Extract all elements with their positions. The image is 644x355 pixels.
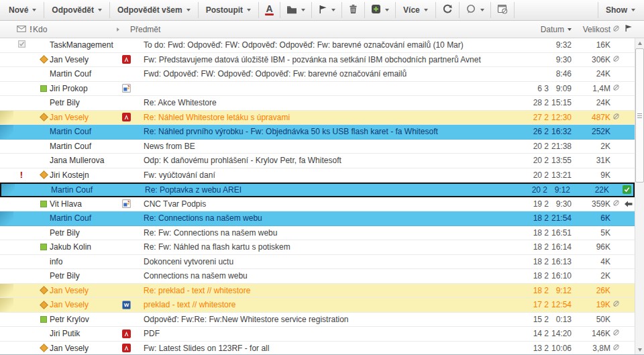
message-row[interactable]: ! Jan Vesely W Re: Náhled Whitestore let… xyxy=(0,111,635,125)
message-row[interactable]: ! Jiri Putik W PDF 14 214:20 146K xyxy=(0,327,635,342)
scrollbar-down-button[interactable] xyxy=(635,345,644,354)
scrollbar-up-button[interactable] xyxy=(635,38,644,48)
flag-cell[interactable] xyxy=(0,342,13,355)
message-row[interactable]: ! Martin Couf W Fwd: Odpověď: FW: Odpově… xyxy=(0,67,635,82)
attachment-cell xyxy=(610,156,622,165)
message-row[interactable]: ! Vit Hlava W CNC Tvar Podpis 19 29:30 3… xyxy=(0,197,635,212)
message-row[interactable]: ! Petr Bily W Connections na našem webu … xyxy=(0,269,635,284)
show-button-label: Show xyxy=(606,5,627,15)
flag-cell[interactable] xyxy=(0,111,13,125)
flag-cell[interactable] xyxy=(0,313,13,327)
reply-button[interactable]: Odpovědět xyxy=(44,1,109,19)
flag-button[interactable] xyxy=(312,1,341,19)
date-time: 16:10 xyxy=(549,271,572,281)
message-row[interactable]: ! Jakub Kolin W Re: Fw: Náhled na flash … xyxy=(0,240,635,255)
date-column-header[interactable]: Datum xyxy=(521,25,572,34)
size-value: 2K xyxy=(600,142,610,151)
message-row[interactable]: ! Petr Bily W Re: Fw: Connections na naš… xyxy=(0,226,635,241)
attachment-cell xyxy=(610,271,622,281)
vertical-scrollbar[interactable] xyxy=(635,38,644,354)
sender-name: Jana Mullerova xyxy=(50,156,104,165)
date-cell: 9:30 xyxy=(521,55,572,64)
flag-cell[interactable] xyxy=(0,168,13,183)
new-button[interactable]: Nové xyxy=(1,1,44,19)
show-button[interactable]: Show xyxy=(598,1,643,19)
move-to-folder-button[interactable] xyxy=(280,1,311,19)
speech-bubble-icon xyxy=(466,4,476,16)
flag-cell[interactable] xyxy=(0,255,13,269)
date-cell: 9:32 xyxy=(521,40,572,50)
flag-cell[interactable] xyxy=(0,226,13,240)
message-row[interactable]: ! Jiri Prokop W 6 39:09 1,4M xyxy=(0,82,635,97)
orange-diamond-tag-icon xyxy=(40,344,48,352)
priority-icon: ! xyxy=(20,170,23,179)
more-button[interactable]: Více xyxy=(396,1,435,19)
flag-cell[interactable] xyxy=(0,240,13,254)
column-expand-arrow-icon[interactable] xyxy=(117,28,119,32)
sender-cell: Jan Vesely xyxy=(50,300,122,309)
tag-button[interactable] xyxy=(365,1,395,19)
sender-cell: Petr Krylov xyxy=(50,315,122,324)
refresh-button[interactable] xyxy=(436,1,459,19)
attachment-icon xyxy=(612,113,620,122)
flag-cell[interactable] xyxy=(1,184,15,196)
sender-cell: Jiri Kostejn xyxy=(50,170,122,180)
message-row[interactable]: ! Petr Krylov W Odpověď: Fw:Re: Fw:New W… xyxy=(0,313,635,327)
sender-column-header[interactable]: ! Kdo xyxy=(30,25,122,34)
flag-cell[interactable] xyxy=(0,211,13,225)
flag-cell[interactable] xyxy=(0,140,13,154)
sender-name: Martin Couf xyxy=(50,69,91,79)
status-column-header[interactable] xyxy=(13,25,30,34)
checked-checkbox-icon[interactable] xyxy=(18,40,25,50)
message-row[interactable]: ! Martin Couf W Re: Poptavka z webu AREI… xyxy=(0,183,635,197)
message-row[interactable]: ! Jan Vesely W Fw: Latest Slides on 123R… xyxy=(0,342,635,355)
subject-column-header[interactable]: Předmět xyxy=(122,25,521,34)
message-row[interactable]: ! Jan Vesely W preklad - text // whitest… xyxy=(0,298,635,313)
reading-pane-toggle-button[interactable] xyxy=(491,1,514,19)
scrollbar-thumb[interactable] xyxy=(635,48,644,183)
flag-cell[interactable] xyxy=(0,96,13,110)
flag-cell[interactable] xyxy=(0,38,13,52)
message-row[interactable]: ! Jiri Kostejn W Fw: vyúčtování daní 20 … xyxy=(0,168,635,183)
green-check-icon[interactable] xyxy=(623,185,631,194)
attachment-column-header[interactable] xyxy=(610,25,622,34)
message-row[interactable]: ! Jan Vesely W Re: preklad - text // whi… xyxy=(0,284,635,299)
subject-text: Re: Akce Whitestore xyxy=(144,98,217,107)
message-row[interactable]: ! Martin Couf W Re: Náhled prvního výrob… xyxy=(0,125,635,140)
subject-cell: Re: Náhled prvního výrobku - Fw: Objedná… xyxy=(136,127,521,136)
sender-name: Petr Krylov xyxy=(50,315,89,324)
flag-cell[interactable] xyxy=(0,269,13,283)
flag-cell[interactable] xyxy=(0,284,13,298)
spam-button[interactable]: A xyxy=(259,1,280,19)
size-cell: 6K xyxy=(572,213,610,223)
flag-cell[interactable] xyxy=(0,298,13,312)
message-row[interactable]: ! TaskManagement W To do: Fwd: Odpověď: … xyxy=(0,38,635,53)
message-row[interactable]: ! Jan Vesely W Fw: Představujeme datová … xyxy=(0,53,635,68)
pdf-icon xyxy=(122,329,131,338)
delete-button[interactable] xyxy=(342,1,364,19)
forward-button[interactable]: Postoupit xyxy=(199,1,258,19)
message-row[interactable]: ! Jana Mullerova W Odp: K daňovému prohl… xyxy=(0,154,635,168)
message-row[interactable]: ! Martin Couf W News from BE 20 221:38 2… xyxy=(0,140,635,154)
attachment-cell xyxy=(610,257,622,266)
flag-cell[interactable] xyxy=(0,327,13,341)
flag-cell[interactable] xyxy=(0,53,13,67)
reply-all-button-label: Odpovědět všem xyxy=(117,5,182,15)
message-row[interactable]: ! Petr Bily W Re: Akce Whitestore 28 215… xyxy=(0,96,635,111)
orange-diamond-tag-icon xyxy=(40,301,48,309)
message-row[interactable]: ! info W Dokonceni vytvoreni uctu 18 216… xyxy=(0,255,635,270)
subject-cell: Dokonceni vytvoreni uctu xyxy=(136,257,521,266)
size-column-header[interactable]: Velikost xyxy=(572,25,610,34)
attachment-icon xyxy=(612,199,620,209)
flagged-column-header[interactable] xyxy=(622,24,635,34)
size-cell: 4K xyxy=(572,257,610,266)
subject-cell: Connections na našem webu xyxy=(136,271,521,281)
flag-cell[interactable] xyxy=(0,197,13,211)
flag-cell[interactable] xyxy=(0,125,13,139)
reply-all-button[interactable]: Odpovědět všem xyxy=(110,1,198,19)
flag-cell[interactable] xyxy=(0,154,13,168)
flag-cell[interactable] xyxy=(0,67,13,81)
flag-cell[interactable] xyxy=(0,82,13,96)
chat-button[interactable] xyxy=(460,1,490,19)
message-row[interactable]: ! Martin Couf W Re: Connections na našem… xyxy=(0,211,635,226)
